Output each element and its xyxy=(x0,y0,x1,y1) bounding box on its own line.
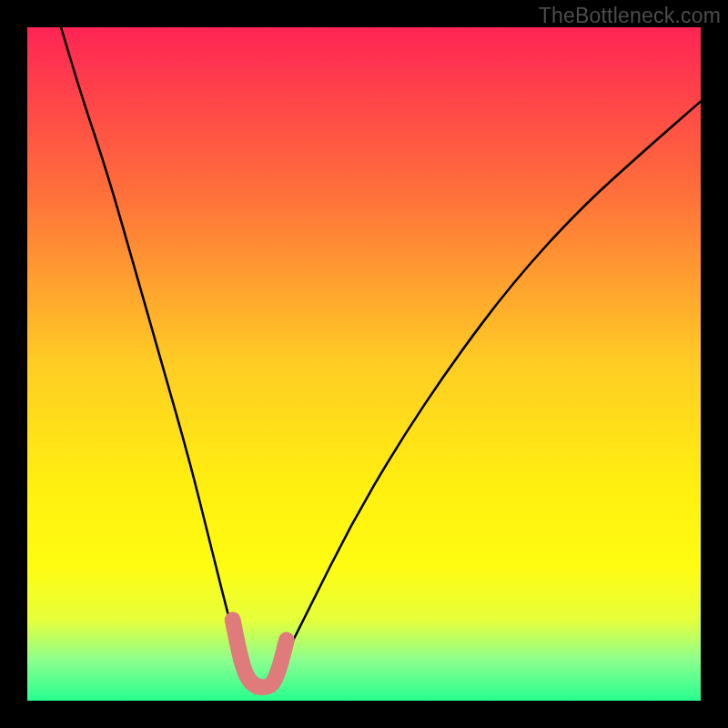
bottleneck-curve xyxy=(61,27,701,684)
chart-stage: TheBottleneck.com xyxy=(0,0,728,728)
plot-area xyxy=(27,27,701,701)
chart-curves xyxy=(27,27,701,701)
watermark-text: TheBottleneck.com xyxy=(539,4,721,28)
bottleneck-marker-band xyxy=(233,620,287,687)
